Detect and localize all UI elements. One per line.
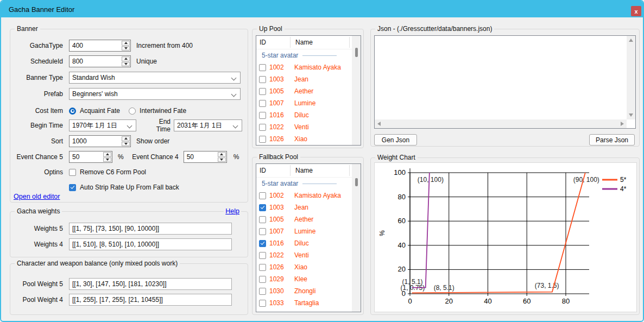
titlebar[interactable]: Gacha Banner Editor x <box>1 1 643 17</box>
acquaint-fate-radio[interactable] <box>69 108 76 115</box>
id-column-header[interactable]: ID <box>256 167 290 174</box>
close-button[interactable]: x <box>631 6 641 16</box>
pool-row-checkbox[interactable] <box>259 100 266 107</box>
fallback-pool-list[interactable]: ID Name 5-star avatar 1002 Kamisato Ayak… <box>256 163 361 312</box>
weight-chart-title: Weight Chart <box>375 154 418 161</box>
name-column-header[interactable]: Name <box>290 167 313 174</box>
spin-down-button[interactable] <box>103 157 111 162</box>
auto-strip-checkbox[interactable] <box>69 184 76 191</box>
pool-row[interactable]: 1030 Zhongli <box>256 285 352 297</box>
banner-type-select[interactable]: Standard Wish <box>69 72 241 84</box>
fallback-pool-scrollbar[interactable] <box>352 164 361 312</box>
scroll-left-icon[interactable] <box>377 122 381 126</box>
pool-row-checkbox[interactable] <box>259 204 266 211</box>
spin-up-button[interactable] <box>122 41 130 46</box>
sort-spinner[interactable] <box>122 136 130 146</box>
pool-row-checkbox[interactable] <box>259 76 266 83</box>
spin-down-button[interactable] <box>218 157 226 162</box>
event-chance-4-input[interactable]: 50 <box>184 151 227 163</box>
pool-row[interactable]: 1022 Venti <box>256 249 352 261</box>
parse-json-button[interactable]: Parse Json <box>589 134 635 146</box>
id-column-header[interactable]: ID <box>256 39 290 46</box>
pool-row[interactable]: 1022 Venti <box>256 121 352 133</box>
optins-label: Optins <box>14 168 63 176</box>
pool-row-checkbox[interactable] <box>259 124 266 131</box>
spin-up-button[interactable] <box>218 152 226 157</box>
spin-down-button[interactable] <box>122 46 130 51</box>
spin-up-button[interactable] <box>122 136 130 141</box>
schedule-id-spinner[interactable] <box>122 56 130 66</box>
pool-row-checkbox[interactable] <box>259 216 266 223</box>
pool-weight-5-value: [[1, 30], [147, 150], [181, 10230]] <box>72 280 166 288</box>
pool-row-checkbox[interactable] <box>259 192 266 199</box>
remove-c6-checkbox[interactable] <box>69 169 76 176</box>
json-vertical-scrollbar[interactable] <box>627 36 635 119</box>
prefab-select[interactable]: Beginners' wish <box>69 88 241 100</box>
svg-text:60: 60 <box>523 297 531 305</box>
remove-c6-label[interactable]: Remove C6 Form Pool <box>80 168 146 176</box>
pool-row-checkbox[interactable] <box>259 136 266 143</box>
pool-row-checkbox[interactable] <box>259 240 266 247</box>
event-chance-4-spinner[interactable] <box>218 152 226 162</box>
begin-time-picker[interactable]: 1970年 1月 1日 <box>69 119 136 131</box>
pool-row[interactable]: 1005 Aether <box>256 213 352 225</box>
up-pool-list[interactable]: ID Name 5-star avatar 1002 Kamisato Ayak… <box>256 35 361 146</box>
schedule-id-input[interactable]: 800 <box>69 55 131 67</box>
pool-row-checkbox[interactable] <box>259 228 266 235</box>
pool-row-checkbox[interactable] <box>259 276 266 283</box>
pool-row[interactable]: 1005 Aether <box>256 85 352 97</box>
intertwined-fate-radio[interactable] <box>129 108 136 115</box>
event-chance-5-spinner[interactable] <box>103 152 111 162</box>
pool-row-checkbox[interactable] <box>259 300 266 307</box>
pool-row[interactable]: 1029 Klee <box>256 273 352 285</box>
scroll-up-icon[interactable] <box>629 39 633 42</box>
weights-5-input[interactable]: [[1, 75], [73, 150], [90, 10000]] <box>69 223 232 235</box>
pool-row[interactable]: 1016 Diluc <box>256 109 352 121</box>
open-old-editor-link[interactable]: Open old editor <box>14 193 60 200</box>
pool-row[interactable]: 1003 Jean <box>256 73 352 85</box>
json-textarea[interactable] <box>375 36 627 119</box>
pool-row-name: Zhongli <box>294 287 315 295</box>
pool-row-checkbox[interactable] <box>259 252 266 259</box>
auto-strip-label[interactable]: Auto Strip Rate Up From Fall back <box>80 184 179 191</box>
scroll-right-icon[interactable] <box>621 122 624 126</box>
pool-row-checkbox[interactable] <box>259 112 266 119</box>
up-pool-scrollbar[interactable] <box>352 36 361 145</box>
pool-row[interactable]: 1007 Lumine <box>256 225 352 237</box>
pool-row[interactable]: 1026 Xiao <box>256 133 352 145</box>
gen-json-button[interactable]: Gen Json <box>374 134 417 146</box>
spin-down-button[interactable] <box>122 62 130 67</box>
pool-row[interactable]: 1002 Kamisato Ayaka <box>256 61 352 73</box>
weights-4-input[interactable]: [[1, 510], [8, 510], [10, 10000]] <box>69 238 232 250</box>
end-time-picker[interactable]: 2031年 1月 1日 <box>174 119 242 131</box>
pool-row[interactable]: 1003 Jean <box>256 201 352 213</box>
sort-input[interactable]: 1000 <box>69 135 131 147</box>
event-chance-5-input[interactable]: 50 <box>69 151 112 163</box>
spin-up-button[interactable] <box>122 56 130 61</box>
spin-up-button[interactable] <box>103 152 111 157</box>
pool-row-checkbox[interactable] <box>259 312 266 312</box>
pool-row[interactable]: 1016 Diluc <box>256 237 352 249</box>
pool-weight-5-input[interactable]: [[1, 30], [147, 150], [181, 10230]] <box>69 278 232 290</box>
pool-row[interactable]: 1026 Xiao <box>256 261 352 273</box>
scrollbar-thumb[interactable] <box>355 48 358 57</box>
pool-row-checkbox[interactable] <box>259 288 266 295</box>
pool-row[interactable]: 1002 Kamisato Ayaka <box>256 190 352 201</box>
pool-row-checkbox[interactable] <box>259 64 266 71</box>
pool-row[interactable]: 1033 Tartaglia <box>256 297 352 309</box>
intertwined-fate-label[interactable]: Intertwined Fate <box>140 107 186 115</box>
gacha-type-input[interactable]: 400 <box>69 40 131 52</box>
acquaint-fate-label[interactable]: Acquaint Fate <box>80 107 120 115</box>
json-horizontal-scrollbar[interactable] <box>375 119 627 128</box>
pool-row-checkbox[interactable] <box>259 88 266 95</box>
help-link[interactable]: Help <box>224 207 241 215</box>
pool-row-checkbox[interactable] <box>259 264 266 271</box>
spin-down-button[interactable] <box>122 142 130 147</box>
pool-row[interactable]: 1007 Lumine <box>256 97 352 109</box>
pool-row[interactable]: 1035 Qiqi <box>256 309 352 312</box>
name-column-header[interactable]: Name <box>290 39 313 46</box>
scrollbar-thumb[interactable] <box>355 178 358 186</box>
scroll-down-icon[interactable] <box>629 113 633 117</box>
pool-weight-4-input[interactable]: [[1, 255], [17, 255], [21, 10455]] <box>69 294 232 306</box>
gacha-type-spinner[interactable] <box>122 41 130 50</box>
